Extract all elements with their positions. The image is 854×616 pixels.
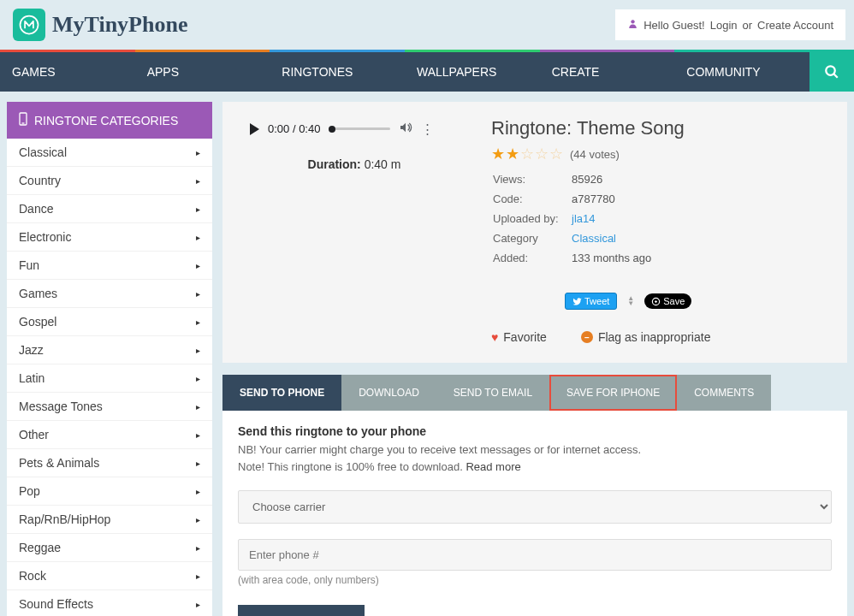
caret-right-icon: ▸: [196, 487, 200, 496]
login-link[interactable]: Login: [710, 19, 738, 32]
views-value: 85926: [572, 170, 651, 188]
caret-right-icon: ▸: [196, 289, 200, 299]
spinner-icon[interactable]: ▲▼: [627, 296, 634, 306]
info-column: Ringtone: Theme Song ★ ★ ☆ ☆ ☆ (44 votes…: [491, 117, 827, 344]
logo[interactable]: MyTinyPhone: [13, 9, 187, 41]
tab-comments[interactable]: COMMENTS: [677, 375, 771, 411]
sidebar-item-label: Sound Effects: [19, 597, 93, 611]
code-label: Code:: [493, 190, 570, 208]
star-icon: ★: [491, 145, 505, 163]
progress-bar[interactable]: [329, 127, 390, 130]
search-button[interactable]: [810, 50, 854, 92]
sidebar-item[interactable]: Latin▸: [7, 364, 212, 393]
save-label: Save: [663, 296, 685, 306]
caret-right-icon: ▸: [196, 459, 200, 468]
caret-right-icon: ▸: [196, 402, 200, 412]
star-rating[interactable]: ★ ★ ☆ ☆ ☆: [491, 145, 563, 163]
play-icon[interactable]: [250, 123, 259, 135]
sidebar-item[interactable]: Pets & Animals▸: [7, 449, 212, 477]
sidebar-item-label: Pop: [19, 484, 40, 498]
ringtone-title: Ringtone: Theme Song: [491, 117, 827, 139]
brand-name: MyTinyPhone: [52, 12, 187, 38]
logo-icon: [13, 9, 45, 41]
sidebar-item[interactable]: Rock▸: [7, 562, 212, 590]
sidebar-item[interactable]: Rap/RnB/HipHop▸: [7, 506, 212, 534]
sidebar-item[interactable]: Reggae▸: [7, 534, 212, 562]
tweet-button[interactable]: Tweet: [565, 293, 617, 310]
auth-greeting: Hello Guest!: [643, 19, 705, 32]
sidebar-title: RINGTONE CATEGORIES: [34, 114, 178, 127]
player-column: 0:00 / 0:40 ⋮ Duration: 0:40 m: [243, 117, 466, 344]
nav-create[interactable]: CREATE: [540, 50, 675, 92]
sidebar-item[interactable]: Sound Effects▸: [7, 590, 212, 616]
star-icon: ☆: [520, 145, 534, 163]
sidebar-item[interactable]: Games▸: [7, 280, 212, 308]
auth-box: Hello Guest! Login or Create Account: [615, 9, 845, 40]
svg-point-0: [21, 16, 39, 34]
uploaded-by-label: Uploaded by:: [493, 210, 570, 228]
tab-send-to-phone[interactable]: SEND TO PHONE: [222, 375, 341, 411]
sidebar-item[interactable]: Electronic▸: [7, 223, 212, 252]
send-ringtone-button[interactable]: SEND RINGTONE: [238, 605, 365, 616]
carrier-select[interactable]: Choose carrier: [238, 490, 832, 524]
nav-games[interactable]: GAMES: [0, 50, 135, 92]
caret-right-icon: ▸: [196, 346, 200, 355]
top-bar: MyTinyPhone Hello Guest! Login or Create…: [0, 0, 854, 50]
sidebar-item[interactable]: Classical▸: [7, 139, 212, 167]
sidebar-item-label: Gospel: [19, 315, 56, 329]
sidebar-item[interactable]: Dance▸: [7, 195, 212, 223]
caret-right-icon: ▸: [196, 204, 200, 214]
uploader-link[interactable]: jla14: [572, 212, 595, 225]
nav-community[interactable]: COMMUNITY: [674, 50, 810, 92]
sidebar-item[interactable]: Pop▸: [7, 477, 212, 506]
tweet-label: Tweet: [584, 296, 609, 306]
read-more-link[interactable]: Read more: [466, 460, 520, 473]
caret-right-icon: ▸: [196, 374, 200, 383]
content: 0:00 / 0:40 ⋮ Duration: 0:40 m Ringtone:…: [222, 102, 847, 616]
create-account-link[interactable]: Create Account: [757, 19, 833, 32]
star-icon: ☆: [549, 145, 563, 163]
sidebar-item-label: Classical: [19, 145, 67, 159]
phone-input[interactable]: [238, 539, 832, 571]
sidebar-item[interactable]: Country▸: [7, 167, 212, 195]
caret-right-icon: ▸: [196, 543, 200, 553]
minus-icon: –: [581, 331, 593, 343]
sidebar: RINGTONE CATEGORIES Classical▸Country▸Da…: [7, 102, 212, 616]
tabs: SEND TO PHONE DOWNLOAD SEND TO EMAIL SAV…: [222, 375, 847, 411]
sidebar-item-label: Electronic: [19, 230, 71, 244]
caret-right-icon: ▸: [196, 515, 200, 524]
sidebar-item[interactable]: Other▸: [7, 421, 212, 449]
star-icon: ★: [506, 145, 519, 163]
caret-right-icon: ▸: [196, 317, 200, 327]
meta-table: Views:85926 Code:a787780 Uploaded by:jla…: [491, 169, 653, 269]
user-icon: [627, 18, 638, 32]
star-icon: ☆: [535, 145, 549, 163]
tab-save-for-iphone[interactable]: SAVE FOR IPHONE: [549, 375, 677, 411]
category-link[interactable]: Classical: [572, 232, 616, 245]
favorite-action[interactable]: ♥ Favorite: [491, 330, 547, 344]
sidebar-item-label: Country: [19, 174, 61, 187]
nav-ringtones[interactable]: RINGTONES: [270, 50, 405, 92]
sidebar-item[interactable]: Fun▸: [7, 252, 212, 280]
audio-player[interactable]: 0:00 / 0:40 ⋮: [243, 117, 466, 145]
save-button[interactable]: Save: [644, 293, 691, 309]
action-row: ♥ Favorite – Flag as inappropriate: [491, 330, 827, 344]
nav-wallpapers[interactable]: WALLPAPERS: [405, 50, 540, 92]
svg-point-2: [826, 66, 835, 75]
sidebar-list: Classical▸Country▸Dance▸Electronic▸Fun▸G…: [7, 139, 212, 616]
sidebar-item[interactable]: Jazz▸: [7, 336, 212, 364]
sidebar-item-label: Other: [19, 428, 49, 441]
volume-icon[interactable]: [399, 121, 412, 137]
player-menu-icon[interactable]: ⋮: [421, 121, 434, 137]
sidebar-item[interactable]: Message Tones▸: [7, 393, 212, 421]
flag-action[interactable]: – Flag as inappropriate: [581, 330, 711, 344]
sidebar-item-label: Jazz: [19, 343, 44, 357]
vote-count: (44 votes): [570, 148, 620, 161]
form-note: NB! Your carrier might charge you to rec…: [238, 441, 832, 475]
sidebar-header: RINGTONE CATEGORIES: [7, 102, 212, 139]
tab-send-to-email[interactable]: SEND TO EMAIL: [436, 375, 549, 411]
tab-download[interactable]: DOWNLOAD: [341, 375, 436, 411]
flag-label: Flag as inappropriate: [598, 330, 711, 344]
nav-apps[interactable]: APPS: [135, 50, 270, 92]
sidebar-item[interactable]: Gospel▸: [7, 308, 212, 336]
